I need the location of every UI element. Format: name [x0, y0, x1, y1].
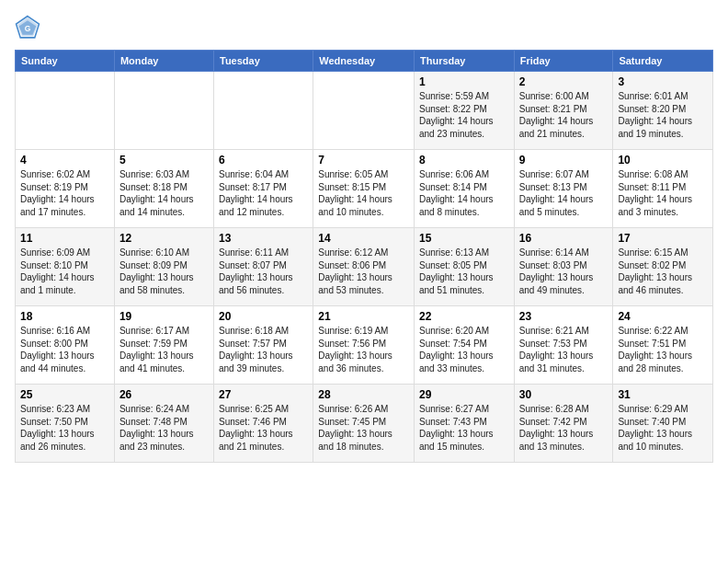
calendar-row-2: 4Sunrise: 6:02 AM Sunset: 8:19 PM Daylig… — [16, 150, 713, 228]
day-number: 31 — [618, 388, 708, 401]
cell-content: Sunrise: 6:24 AM Sunset: 7:48 PM Dayligh… — [119, 403, 209, 453]
calendar-cell: 6Sunrise: 6:04 AM Sunset: 8:17 PM Daylig… — [214, 150, 313, 228]
header-sunday: Sunday — [16, 51, 115, 72]
cell-content: Sunrise: 6:27 AM Sunset: 7:43 PM Dayligh… — [419, 403, 509, 453]
calendar-row-1: 1Sunrise: 5:59 AM Sunset: 8:22 PM Daylig… — [16, 72, 713, 150]
calendar-cell: 1Sunrise: 5:59 AM Sunset: 8:22 PM Daylig… — [414, 72, 514, 150]
day-number: 18 — [20, 310, 109, 323]
logo-icon: G — [15, 15, 40, 40]
header-wednesday: Wednesday — [313, 51, 415, 72]
calendar-cell: 20Sunrise: 6:18 AM Sunset: 7:57 PM Dayli… — [214, 306, 313, 385]
cell-content: Sunrise: 6:01 AM Sunset: 8:20 PM Dayligh… — [618, 90, 708, 140]
day-number: 24 — [618, 310, 708, 323]
cell-content: Sunrise: 6:18 AM Sunset: 7:57 PM Dayligh… — [219, 325, 308, 374]
calendar-cell — [214, 72, 313, 150]
calendar-cell: 7Sunrise: 6:05 AM Sunset: 8:15 PM Daylig… — [313, 150, 415, 228]
cell-content: Sunrise: 5:59 AM Sunset: 8:22 PM Dayligh… — [419, 90, 509, 140]
header-friday: Friday — [514, 51, 613, 72]
calendar-cell: 24Sunrise: 6:22 AM Sunset: 7:51 PM Dayli… — [613, 306, 713, 385]
calendar-cell: 12Sunrise: 6:10 AM Sunset: 8:09 PM Dayli… — [114, 228, 213, 306]
calendar-cell: 25Sunrise: 6:23 AM Sunset: 7:50 PM Dayli… — [16, 385, 115, 463]
header-saturday: Saturday — [613, 51, 713, 72]
day-number: 3 — [618, 75, 708, 88]
day-number: 2 — [519, 75, 609, 88]
day-number: 7 — [318, 154, 409, 167]
calendar-cell: 31Sunrise: 6:29 AM Sunset: 7:40 PM Dayli… — [613, 385, 713, 463]
cell-content: Sunrise: 6:11 AM Sunset: 8:07 PM Dayligh… — [219, 247, 308, 296]
day-number: 20 — [219, 310, 308, 323]
cell-content: Sunrise: 6:22 AM Sunset: 7:51 PM Dayligh… — [618, 325, 708, 374]
day-number: 1 — [419, 75, 509, 88]
cell-content: Sunrise: 6:00 AM Sunset: 8:21 PM Dayligh… — [519, 90, 609, 140]
calendar-cell: 4Sunrise: 6:02 AM Sunset: 8:19 PM Daylig… — [16, 150, 115, 228]
day-number: 22 — [419, 310, 509, 323]
calendar-cell: 19Sunrise: 6:17 AM Sunset: 7:59 PM Dayli… — [114, 306, 213, 385]
calendar-cell — [313, 72, 415, 150]
calendar-cell: 27Sunrise: 6:25 AM Sunset: 7:46 PM Dayli… — [214, 385, 313, 463]
day-number: 23 — [519, 310, 609, 323]
cell-content: Sunrise: 6:21 AM Sunset: 7:53 PM Dayligh… — [519, 325, 609, 374]
calendar-cell: 15Sunrise: 6:13 AM Sunset: 8:05 PM Dayli… — [414, 228, 514, 306]
calendar-table: SundayMondayTuesdayWednesdayThursdayFrid… — [15, 50, 713, 463]
day-number: 17 — [618, 232, 708, 245]
cell-content: Sunrise: 6:19 AM Sunset: 7:56 PM Dayligh… — [318, 325, 409, 374]
calendar-cell: 10Sunrise: 6:08 AM Sunset: 8:11 PM Dayli… — [613, 150, 713, 228]
calendar-cell: 3Sunrise: 6:01 AM Sunset: 8:20 PM Daylig… — [613, 72, 713, 150]
calendar-cell — [16, 72, 115, 150]
cell-content: Sunrise: 6:03 AM Sunset: 8:18 PM Dayligh… — [119, 168, 209, 218]
calendar-cell: 2Sunrise: 6:00 AM Sunset: 8:21 PM Daylig… — [514, 72, 613, 150]
calendar-cell: 13Sunrise: 6:11 AM Sunset: 8:07 PM Dayli… — [214, 228, 313, 306]
cell-content: Sunrise: 6:13 AM Sunset: 8:05 PM Dayligh… — [419, 247, 509, 296]
cell-content: Sunrise: 6:15 AM Sunset: 8:02 PM Dayligh… — [618, 247, 708, 296]
cell-content: Sunrise: 6:17 AM Sunset: 7:59 PM Dayligh… — [119, 325, 209, 374]
calendar-cell: 17Sunrise: 6:15 AM Sunset: 8:02 PM Dayli… — [613, 228, 713, 306]
cell-content: Sunrise: 6:09 AM Sunset: 8:10 PM Dayligh… — [20, 247, 109, 296]
day-number: 16 — [519, 232, 609, 245]
cell-content: Sunrise: 6:14 AM Sunset: 8:03 PM Dayligh… — [519, 247, 609, 296]
cell-content: Sunrise: 6:08 AM Sunset: 8:11 PM Dayligh… — [618, 168, 708, 218]
cell-content: Sunrise: 6:29 AM Sunset: 7:40 PM Dayligh… — [618, 403, 708, 453]
calendar-cell: 26Sunrise: 6:24 AM Sunset: 7:48 PM Dayli… — [114, 385, 213, 463]
calendar-cell: 23Sunrise: 6:21 AM Sunset: 7:53 PM Dayli… — [514, 306, 613, 385]
calendar-cell: 8Sunrise: 6:06 AM Sunset: 8:14 PM Daylig… — [414, 150, 514, 228]
day-number: 26 — [119, 388, 209, 401]
calendar-cell: 9Sunrise: 6:07 AM Sunset: 8:13 PM Daylig… — [514, 150, 613, 228]
day-number: 21 — [318, 310, 409, 323]
cell-content: Sunrise: 6:02 AM Sunset: 8:19 PM Dayligh… — [20, 168, 109, 218]
calendar-row-5: 25Sunrise: 6:23 AM Sunset: 7:50 PM Dayli… — [16, 385, 713, 463]
day-number: 30 — [519, 388, 609, 401]
cell-content: Sunrise: 6:10 AM Sunset: 8:09 PM Dayligh… — [119, 247, 209, 296]
day-number: 27 — [219, 388, 308, 401]
day-number: 10 — [618, 154, 708, 167]
day-number: 19 — [119, 310, 209, 323]
cell-content: Sunrise: 6:25 AM Sunset: 7:46 PM Dayligh… — [219, 403, 308, 453]
calendar-cell: 18Sunrise: 6:16 AM Sunset: 8:00 PM Dayli… — [16, 306, 115, 385]
cell-content: Sunrise: 6:12 AM Sunset: 8:06 PM Dayligh… — [318, 247, 409, 296]
header-thursday: Thursday — [414, 51, 514, 72]
cell-content: Sunrise: 6:05 AM Sunset: 8:15 PM Dayligh… — [318, 168, 409, 218]
calendar-cell: 29Sunrise: 6:27 AM Sunset: 7:43 PM Dayli… — [414, 385, 514, 463]
day-number: 6 — [219, 154, 308, 167]
cell-content: Sunrise: 6:26 AM Sunset: 7:45 PM Dayligh… — [318, 403, 409, 453]
logo: G — [15, 15, 44, 40]
cell-content: Sunrise: 6:06 AM Sunset: 8:14 PM Dayligh… — [419, 168, 509, 218]
calendar-cell: 11Sunrise: 6:09 AM Sunset: 8:10 PM Dayli… — [16, 228, 115, 306]
header: G — [15, 15, 713, 40]
day-number: 15 — [419, 232, 509, 245]
day-number: 4 — [20, 154, 109, 167]
calendar-cell: 5Sunrise: 6:03 AM Sunset: 8:18 PM Daylig… — [114, 150, 213, 228]
day-number: 8 — [419, 154, 509, 167]
calendar-cell: 22Sunrise: 6:20 AM Sunset: 7:54 PM Dayli… — [414, 306, 514, 385]
calendar-cell: 14Sunrise: 6:12 AM Sunset: 8:06 PM Dayli… — [313, 228, 415, 306]
cell-content: Sunrise: 6:07 AM Sunset: 8:13 PM Dayligh… — [519, 168, 609, 218]
cell-content: Sunrise: 6:23 AM Sunset: 7:50 PM Dayligh… — [20, 403, 109, 453]
calendar-cell: 30Sunrise: 6:28 AM Sunset: 7:42 PM Dayli… — [514, 385, 613, 463]
day-number: 9 — [519, 154, 609, 167]
header-tuesday: Tuesday — [214, 51, 313, 72]
day-number: 14 — [318, 232, 409, 245]
svg-text:G: G — [25, 24, 31, 33]
day-number: 12 — [119, 232, 209, 245]
cell-content: Sunrise: 6:28 AM Sunset: 7:42 PM Dayligh… — [519, 403, 609, 453]
calendar-cell: 16Sunrise: 6:14 AM Sunset: 8:03 PM Dayli… — [514, 228, 613, 306]
calendar-cell: 21Sunrise: 6:19 AM Sunset: 7:56 PM Dayli… — [313, 306, 415, 385]
